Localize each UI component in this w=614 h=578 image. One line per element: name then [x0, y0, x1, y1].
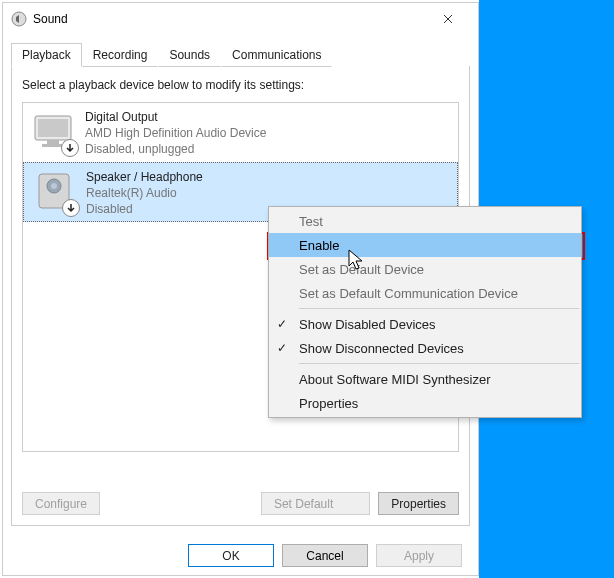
- device-text: Speaker / Headphone Realtek(R) Audio Dis…: [86, 167, 203, 218]
- tab-label: Recording: [93, 48, 148, 62]
- menu-item-properties[interactable]: Properties: [269, 391, 581, 415]
- ok-button[interactable]: OK: [188, 544, 274, 567]
- button-label: Set Default: [274, 497, 333, 511]
- tab-label: Playback: [22, 48, 71, 62]
- titlebar[interactable]: Sound: [3, 3, 478, 35]
- menu-item-test[interactable]: Test: [269, 209, 581, 233]
- panel-buttons: Configure Set Default Properties: [22, 492, 459, 515]
- menu-separator: [299, 363, 579, 364]
- menu-item-set-default[interactable]: Set as Default Device: [269, 257, 581, 281]
- check-icon: ✓: [277, 317, 287, 331]
- device-context-menu: Test Enable Set as Default Device Set as…: [268, 206, 582, 418]
- dialog-action-buttons: OK Cancel Apply: [188, 544, 462, 567]
- menu-item-show-disabled[interactable]: ✓ Show Disabled Devices: [269, 312, 581, 336]
- close-button[interactable]: [426, 4, 470, 34]
- set-default-button[interactable]: Set Default: [261, 492, 345, 515]
- device-description: Realtek(R) Audio: [86, 185, 203, 201]
- device-icon: [30, 167, 78, 215]
- svg-rect-3: [47, 140, 59, 144]
- tab-playback[interactable]: Playback: [11, 43, 82, 67]
- tab-sounds[interactable]: Sounds: [158, 43, 221, 67]
- device-status: Disabled, unplugged: [85, 141, 266, 157]
- apply-button[interactable]: Apply: [376, 544, 462, 567]
- menu-label: About Software MIDI Synthesizer: [299, 372, 490, 387]
- button-label: Apply: [404, 549, 434, 563]
- device-description: AMD High Definition Audio Device: [85, 125, 266, 141]
- tab-strip: Playback Recording Sounds Communications: [11, 43, 470, 67]
- tab-label: Sounds: [169, 48, 210, 62]
- down-arrow-badge-icon: [62, 199, 80, 217]
- menu-label: Show Disabled Devices: [299, 317, 436, 332]
- menu-item-about-midi[interactable]: About Software MIDI Synthesizer: [269, 367, 581, 391]
- button-label: OK: [222, 549, 239, 563]
- menu-label: Properties: [299, 396, 358, 411]
- menu-item-enable[interactable]: Enable: [269, 233, 581, 257]
- menu-label: Show Disconnected Devices: [299, 341, 464, 356]
- device-text: Digital Output AMD High Definition Audio…: [85, 107, 266, 158]
- tab-recording[interactable]: Recording: [82, 43, 159, 67]
- menu-item-set-default-comm[interactable]: Set as Default Communication Device: [269, 281, 581, 305]
- tab-label: Communications: [232, 48, 321, 62]
- configure-button[interactable]: Configure: [22, 492, 100, 515]
- tab-communications[interactable]: Communications: [221, 43, 332, 67]
- panel-instruction: Select a playback device below to modify…: [22, 78, 459, 92]
- device-status: Disabled: [86, 201, 203, 217]
- menu-separator: [299, 308, 579, 309]
- menu-label: Enable: [299, 238, 339, 253]
- menu-label: Set as Default Communication Device: [299, 286, 518, 301]
- menu-item-show-disconnected[interactable]: ✓ Show Disconnected Devices: [269, 336, 581, 360]
- properties-button[interactable]: Properties: [378, 492, 459, 515]
- menu-label: Test: [299, 214, 323, 229]
- button-label: Configure: [35, 497, 87, 511]
- window-title: Sound: [33, 12, 426, 26]
- device-name: Digital Output: [85, 109, 266, 125]
- button-label: Properties: [391, 497, 446, 511]
- check-icon: ✓: [277, 341, 287, 355]
- device-icon: [29, 107, 77, 155]
- cancel-button[interactable]: Cancel: [282, 544, 368, 567]
- device-item-digital-output[interactable]: Digital Output AMD High Definition Audio…: [23, 103, 458, 162]
- down-arrow-badge-icon: [61, 139, 79, 157]
- sound-dialog-icon: [11, 11, 27, 27]
- set-default-dropdown-button[interactable]: [345, 492, 370, 515]
- device-name: Speaker / Headphone: [86, 169, 203, 185]
- svg-point-7: [51, 183, 57, 189]
- button-label: Cancel: [306, 549, 343, 563]
- menu-label: Set as Default Device: [299, 262, 424, 277]
- svg-rect-2: [38, 119, 68, 137]
